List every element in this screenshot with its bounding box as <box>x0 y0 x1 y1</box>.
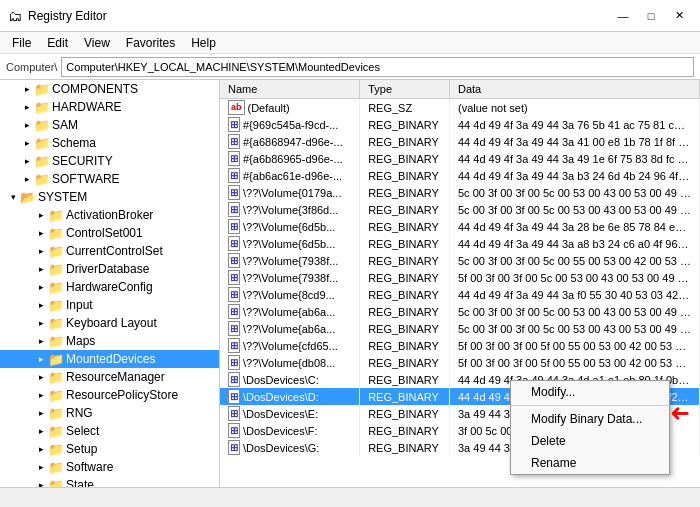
tree-arrow-security[interactable]: ▸ <box>20 156 34 166</box>
tree-item-currentcontrolset[interactable]: ▸📁CurrentControlSet <box>0 242 219 260</box>
tree-arrow-schema[interactable]: ▸ <box>20 138 34 148</box>
tree-arrow-driverdatabase[interactable]: ▸ <box>34 264 48 274</box>
tree-arrow-sam[interactable]: ▸ <box>20 120 34 130</box>
table-row[interactable]: ⊞ \??\Volume{3f86d...REG_BINARY5c 00 3f … <box>220 201 700 218</box>
tree-arrow-currentcontrolset[interactable]: ▸ <box>34 246 48 256</box>
cell-data-15: 5f 00 3f 00 3f 00 5f 00 55 00 53 00 42 0… <box>449 354 699 371</box>
table-row[interactable]: ⊞ \??\Volume{6d5b...REG_BINARY44 4d 49 4… <box>220 235 700 252</box>
tree-arrow-resourcepolicystore[interactable]: ▸ <box>34 390 48 400</box>
table-header-row: Name Type Data <box>220 80 700 99</box>
tree-arrow-setup[interactable]: ▸ <box>34 444 48 454</box>
folder-icon-driverdatabase: 📁 <box>48 261 64 277</box>
title-bar-left: 🗂 Registry Editor <box>8 8 107 24</box>
table-row[interactable]: ⊞ \??\Volume{8cd9...REG_BINARY44 4d 49 4… <box>220 286 700 303</box>
name-text-3: #{a6b86965-d96e-... <box>243 153 343 165</box>
tree-item-rng[interactable]: ▸📁RNG <box>0 404 219 422</box>
tree-arrow-system[interactable]: ▾ <box>6 192 20 202</box>
tree-arrow-input[interactable]: ▸ <box>34 300 48 310</box>
tree-item-sam[interactable]: ▸📁SAM <box>0 116 219 134</box>
tree-item-activationbroker[interactable]: ▸📁ActivationBroker <box>0 206 219 224</box>
tree-arrow-keyboardlayout[interactable]: ▸ <box>34 318 48 328</box>
table-row[interactable]: ⊞ \??\Volume{7938f...REG_BINARY5f 00 3f … <box>220 269 700 286</box>
tree-item-schema[interactable]: ▸📁Schema <box>0 134 219 152</box>
cell-type-2: REG_BINARY <box>360 133 450 150</box>
tree-arrow-software[interactable]: ▸ <box>20 174 34 184</box>
context-menu-item-delete[interactable]: Delete <box>511 430 669 452</box>
address-bar: Computer\ <box>0 54 700 80</box>
app-icon: 🗂 <box>8 8 22 24</box>
name-text-4: #{ab6ac61e-d96e-... <box>243 170 342 182</box>
table-row[interactable]: ⊞ \??\Volume{ab6a...REG_BINARY5c 00 3f 0… <box>220 303 700 320</box>
cell-name-10: ⊞ \??\Volume{7938f... <box>220 269 360 286</box>
tree-item-hardwareconfig[interactable]: ▸📁HardwareConfig <box>0 278 219 296</box>
tree-label-hardwareconfig: HardwareConfig <box>66 280 153 294</box>
tree-item-select[interactable]: ▸📁Select <box>0 422 219 440</box>
table-row[interactable]: ⊞ \??\Volume{6d5b...REG_BINARY44 4d 49 4… <box>220 218 700 235</box>
tree-label-security: SECURITY <box>52 154 113 168</box>
context-menu-item-rename[interactable]: Rename <box>511 452 669 474</box>
tree-item-keyboardlayout[interactable]: ▸📁Keyboard Layout <box>0 314 219 332</box>
table-row[interactable]: ⊞ #{969c545a-f9cd-...REG_BINARY44 4d 49 … <box>220 116 700 133</box>
tree-item-input[interactable]: ▸📁Input <box>0 296 219 314</box>
tree-arrow-maps[interactable]: ▸ <box>34 336 48 346</box>
tree-arrow-hardwareconfig[interactable]: ▸ <box>34 282 48 292</box>
context-menu-item-modify[interactable]: Modify... <box>511 381 669 403</box>
table-row[interactable]: ⊞ \??\Volume{ab6a...REG_BINARY5c 00 3f 0… <box>220 320 700 337</box>
tree-item-controlset001[interactable]: ▸📁ControlSet001 <box>0 224 219 242</box>
name-text-13: \??\Volume{ab6a... <box>243 323 335 335</box>
tree-arrow-state[interactable]: ▸ <box>34 480 48 487</box>
tree-arrow-rng[interactable]: ▸ <box>34 408 48 418</box>
table-row[interactable]: ⊞ #{a6b86965-d96e-...REG_BINARY44 4d 49 … <box>220 150 700 167</box>
maximize-button[interactable]: □ <box>638 6 664 26</box>
table-row[interactable]: ⊞ #{a6868947-d96e-...REG_BINARY44 4d 49 … <box>220 133 700 150</box>
folder-icon-security: 📁 <box>34 153 50 169</box>
menu-item-help[interactable]: Help <box>183 34 224 52</box>
menu-item-view[interactable]: View <box>76 34 118 52</box>
cell-name-3: ⊞ #{a6b86965-d96e-... <box>220 150 360 167</box>
table-row[interactable]: ⊞ \??\Volume{cfd65...REG_BINARY5f 00 3f … <box>220 337 700 354</box>
tree-arrow-resourcemanager[interactable]: ▸ <box>34 372 48 382</box>
tree-item-driverdatabase[interactable]: ▸📁DriverDatabase <box>0 260 219 278</box>
tree-arrow-controlset001[interactable]: ▸ <box>34 228 48 238</box>
table-row[interactable]: ab (Default)REG_SZ(value not set) <box>220 99 700 117</box>
cell-data-0: (value not set) <box>449 99 699 117</box>
minimize-button[interactable]: — <box>610 6 636 26</box>
tree-label-select: Select <box>66 424 99 438</box>
tree-item-mounteddevices[interactable]: ▸📁MountedDevices <box>0 350 219 368</box>
table-row[interactable]: ⊞ \??\Volume{db08...REG_BINARY5f 00 3f 0… <box>220 354 700 371</box>
folder-icon-mounteddevices: 📁 <box>48 351 64 367</box>
cell-name-11: ⊞ \??\Volume{8cd9... <box>220 286 360 303</box>
tree-item-resourcemanager[interactable]: ▸📁ResourceManager <box>0 368 219 386</box>
context-menu-item-modify-binary[interactable]: Modify Binary Data... <box>511 408 669 430</box>
tree-arrow-hardware[interactable]: ▸ <box>20 102 34 112</box>
tree-item-hardware[interactable]: ▸📁HARDWARE <box>0 98 219 116</box>
menu-item-edit[interactable]: Edit <box>39 34 76 52</box>
menu-item-favorites[interactable]: Favorites <box>118 34 183 52</box>
tree-item-state[interactable]: ▸📁State <box>0 476 219 487</box>
tree-arrow-activationbroker[interactable]: ▸ <box>34 210 48 220</box>
name-text-18: \DosDevices\E: <box>243 408 318 420</box>
table-row[interactable]: ⊞ \??\Volume{7938f...REG_BINARY5c 00 3f … <box>220 252 700 269</box>
tree-arrow-components[interactable]: ▸ <box>20 84 34 94</box>
close-button[interactable]: ✕ <box>666 6 692 26</box>
tree-arrow-mounteddevices[interactable]: ▸ <box>34 354 48 364</box>
cell-name-13: ⊞ \??\Volume{ab6a... <box>220 320 360 337</box>
tree-item-system[interactable]: ▾📂SYSTEM <box>0 188 219 206</box>
tree-arrow-software2[interactable]: ▸ <box>34 462 48 472</box>
tree-arrow-select[interactable]: ▸ <box>34 426 48 436</box>
cell-type-16: REG_BINARY <box>360 371 450 388</box>
tree-item-software[interactable]: ▸📁SOFTWARE <box>0 170 219 188</box>
tree-item-maps[interactable]: ▸📁Maps <box>0 332 219 350</box>
table-row[interactable]: ⊞ #{ab6ac61e-d96e-...REG_BINARY44 4d 49 … <box>220 167 700 184</box>
menu-item-file[interactable]: File <box>4 34 39 52</box>
cell-name-2: ⊞ #{a6868947-d96e-... <box>220 133 360 150</box>
tree-item-resourcepolicystore[interactable]: ▸📁ResourcePolicyStore <box>0 386 219 404</box>
tree-item-setup[interactable]: ▸📁Setup <box>0 440 219 458</box>
folder-icon-activationbroker: 📁 <box>48 207 64 223</box>
tree-item-security[interactable]: ▸📁SECURITY <box>0 152 219 170</box>
cell-name-1: ⊞ #{969c545a-f9cd-... <box>220 116 360 133</box>
tree-item-components[interactable]: ▸📁COMPONENTS <box>0 80 219 98</box>
tree-item-software2[interactable]: ▸📁Software <box>0 458 219 476</box>
address-input[interactable] <box>61 57 694 77</box>
table-row[interactable]: ⊞ \??\Volume{0179a...REG_BINARY5c 00 3f … <box>220 184 700 201</box>
